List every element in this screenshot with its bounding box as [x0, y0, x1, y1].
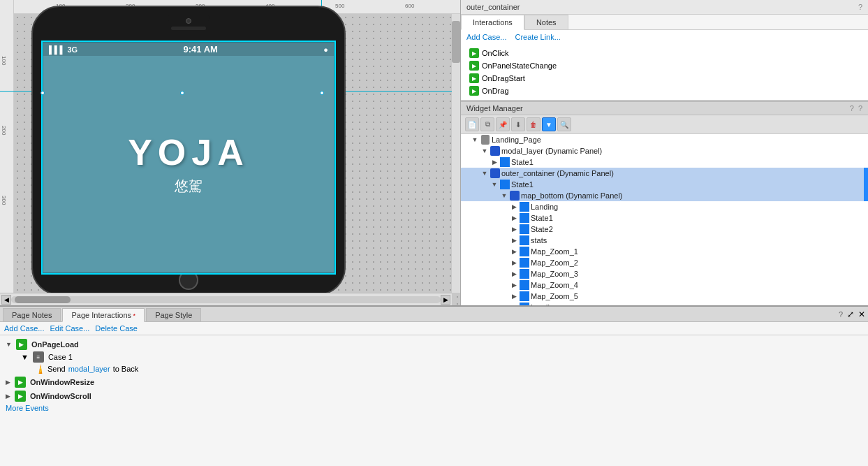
- interactions-event-list: ▶ OnClick ▶ OnPanelStateChange ▶ OnDragS…: [461, 44, 868, 100]
- tree-item-map-zoom-4[interactable]: ▶ Map_Zoom_4: [461, 279, 868, 291]
- phone-home-button[interactable]: [179, 270, 198, 290]
- tree-label-loading: Loading: [531, 303, 558, 305]
- tree-label-stats: stats: [531, 236, 547, 245]
- tree-item-state2-sub[interactable]: ▶ State2: [461, 224, 868, 235]
- phone-speaker: [171, 27, 206, 30]
- tree-label-map-zoom-2: Map_Zoom_2: [531, 259, 578, 267]
- tree-row-landing: ▶ Landing: [461, 201, 868, 212]
- hscroll-thumb[interactable]: [15, 296, 71, 303]
- map-zoom-1-icon: [520, 247, 529, 256]
- delete-case-link[interactable]: Delete Case: [95, 324, 138, 333]
- tree-item-loading[interactable]: ▶ Loading: [461, 302, 868, 305]
- onwindowresize-icon: ▶: [15, 377, 26, 388]
- create-link-link[interactable]: Create Link...: [515, 33, 560, 41]
- interactions-panel: outer_container ? Interactions Notes Add…: [461, 0, 868, 101]
- tree-row-outer-state1: ▼ State1: [461, 179, 868, 190]
- canvas-hscrollbar[interactable]: ◀ ▶: [0, 293, 452, 305]
- toggle-landing-page[interactable]: ▼: [471, 136, 479, 144]
- tab-page-style[interactable]: Page Style: [146, 308, 201, 321]
- onpageload-icon: ▶: [16, 339, 27, 350]
- selection-handle-tc[interactable]: [180, 91, 184, 95]
- onwindowresize-toggle[interactable]: ▶: [6, 379, 10, 386]
- toggle-stats[interactable]: ▶: [510, 236, 518, 245]
- scroll-right-btn[interactable]: ▶: [441, 295, 450, 305]
- wm-btn-pin[interactable]: 📌: [496, 117, 510, 131]
- bottom-panel-help[interactable]: ?: [839, 310, 843, 319]
- wm-help-icon-1[interactable]: ?: [850, 104, 854, 112]
- canvas-vscrollbar[interactable]: [452, 14, 460, 293]
- tree-item-stats[interactable]: ▶ stats: [461, 235, 868, 246]
- tree-label-outer-container: outer_container (Dynamic Panel): [501, 169, 614, 177]
- selection-handle-tr[interactable]: [320, 91, 324, 95]
- onpageload-toggle[interactable]: ▼: [6, 341, 12, 348]
- toggle-modal-state1[interactable]: ▶: [490, 158, 499, 166]
- toggle-state2-sub[interactable]: ▶: [510, 225, 518, 233]
- event-onclick: ▶ OnClick: [466, 47, 862, 59]
- bottom-panel-expand[interactable]: ⤢: [847, 310, 854, 319]
- tree-item-map-zoom-5[interactable]: ▶ Map_Zoom_5: [461, 291, 868, 302]
- loading-icon: [520, 303, 529, 305]
- outer-container-stripe: [864, 168, 868, 179]
- tab-interactions[interactable]: Interactions: [461, 15, 524, 30]
- event-ondrag: ▶ OnDrag: [466, 85, 862, 97]
- bottom-panel-close[interactable]: ✕: [858, 310, 865, 319]
- event-ondragstart: ▶ OnDragStart: [466, 72, 862, 85]
- case1-icon: ≡: [33, 351, 44, 363]
- wm-btn-search[interactable]: 🔍: [557, 117, 571, 131]
- wm-btn-delete[interactable]: 🗑: [527, 117, 540, 131]
- tab-page-notes[interactable]: Page Notes: [3, 308, 61, 321]
- toggle-map-zoom-3[interactable]: ▶: [510, 270, 518, 278]
- add-case-link-top[interactable]: Add Case...: [466, 33, 506, 41]
- scroll-left-btn[interactable]: ◀: [1, 295, 11, 305]
- action-modal-layer-link[interactable]: modal_layer: [68, 365, 110, 373]
- toggle-outer-state1[interactable]: ▼: [490, 180, 499, 189]
- ruler-left: 100 200 300: [0, 0, 14, 305]
- tree-row-modal-state1: ▶ State1: [461, 156, 868, 168]
- toggle-map-zoom-5[interactable]: ▶: [510, 292, 518, 300]
- tree-item-map-bottom[interactable]: ▼ map_bottom (Dynamic Panel): [461, 190, 868, 201]
- tree-row-loading: ▶ Loading: [461, 302, 868, 305]
- tree-item-outer-state1[interactable]: ▼ State1: [461, 179, 868, 190]
- event-row-onpageload: ▼ ▶ OnPageLoad: [6, 338, 862, 351]
- ruler-mark-600: 600: [405, 3, 414, 9]
- state2-sub-icon: [520, 224, 529, 234]
- tree-item-landing-page[interactable]: ▼ Landing_Page: [461, 134, 868, 145]
- tree-item-modal-layer[interactable]: ▼ modal_layer (Dynamic Panel): [461, 145, 868, 156]
- right-panel: outer_container ? Interactions Notes Add…: [461, 0, 868, 305]
- tree-item-map-zoom-2[interactable]: ▶ Map_Zoom_2: [461, 257, 868, 268]
- tree-item-modal-state1[interactable]: ▶ State1: [461, 156, 868, 168]
- add-case-link-bottom[interactable]: Add Case...: [4, 324, 44, 333]
- tree-item-map-zoom-1[interactable]: ▶ Map_Zoom_1: [461, 246, 868, 257]
- toggle-map-zoom-2[interactable]: ▶: [510, 259, 518, 267]
- interactions-help-icon[interactable]: ?: [858, 3, 862, 11]
- more-events-link[interactable]: More Events: [6, 402, 862, 414]
- tree-row-modal-layer: ▼ modal_layer (Dynamic Panel): [461, 145, 868, 156]
- onwindowscroll-toggle[interactable]: ▶: [6, 393, 10, 400]
- tab-page-interactions[interactable]: Page Interactions *: [62, 308, 145, 322]
- tree-label-outer-state1: State1: [511, 180, 534, 189]
- toggle-state1-sub[interactable]: ▶: [510, 214, 518, 222]
- toggle-modal-layer[interactable]: ▼: [480, 147, 489, 155]
- wm-btn-down[interactable]: ⬇: [511, 117, 525, 131]
- toggle-map-zoom-4[interactable]: ▶: [510, 281, 518, 289]
- onpageload-label: OnPageLoad: [31, 340, 79, 349]
- onwindowscroll-label: OnWindowScroll: [30, 392, 91, 400]
- wm-btn-filter[interactable]: ▼: [542, 117, 556, 131]
- toggle-map-bottom[interactable]: ▼: [500, 191, 508, 200]
- tree-item-state1-sub[interactable]: ▶ State1: [461, 212, 868, 224]
- toggle-landing[interactable]: ▶: [510, 203, 518, 211]
- tree-item-map-zoom-3[interactable]: ▶ Map_Zoom_3: [461, 268, 868, 279]
- toggle-outer-container[interactable]: ▼: [480, 169, 489, 177]
- wm-help-icon-2[interactable]: ?: [858, 104, 862, 112]
- canvas-vscrollbar-thumb[interactable]: [452, 21, 460, 63]
- edit-case-link[interactable]: Edit Case...: [50, 324, 89, 333]
- tree-item-landing[interactable]: ▶ Landing: [461, 201, 868, 212]
- wm-btn-page[interactable]: 📄: [465, 117, 479, 131]
- ondrag-icon: ▶: [469, 86, 479, 96]
- wm-btn-copy[interactable]: ⧉: [480, 117, 494, 131]
- tab-notes[interactable]: Notes: [524, 15, 568, 29]
- toggle-map-zoom-1[interactable]: ▶: [510, 247, 518, 256]
- selection-handle-tl[interactable]: [41, 91, 45, 95]
- tree-item-outer-container[interactable]: ▼ outer_container (Dynamic Panel): [461, 168, 868, 179]
- case1-toggle[interactable]: ▼: [21, 353, 29, 361]
